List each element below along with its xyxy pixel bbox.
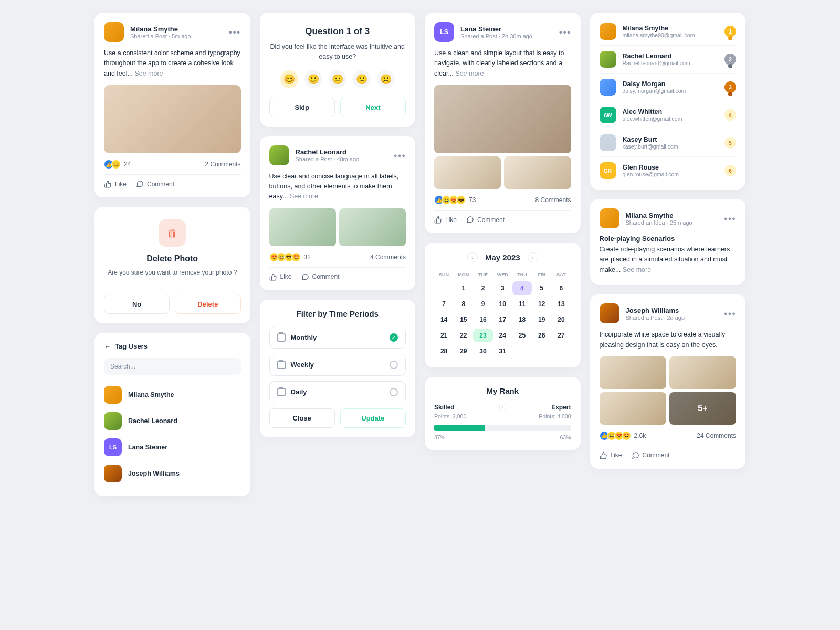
calendar-day[interactable]: 2 — [473, 281, 492, 295]
like-button[interactable]: Like — [104, 180, 127, 188]
comment-button[interactable]: Comment — [632, 452, 670, 459]
comment-count[interactable]: 24 Comments — [697, 432, 736, 439]
comment-count[interactable]: 2 Comments — [205, 161, 240, 168]
calendar-day[interactable]: 24 — [493, 329, 512, 342]
calendar-day[interactable]: 30 — [473, 344, 492, 358]
see-more[interactable]: See more — [455, 70, 484, 77]
avatar[interactable] — [269, 145, 289, 165]
filter-daily[interactable]: Daily — [269, 381, 406, 403]
leaderboard-row[interactable]: Kasey Burtkasey.burt@gmail.com 5 — [600, 129, 737, 157]
calendar-day[interactable]: 31 — [493, 344, 512, 358]
user-row[interactable]: Rachel Leonard — [104, 408, 241, 434]
post-image[interactable] — [269, 208, 336, 246]
delete-button[interactable]: Delete — [175, 295, 240, 314]
calendar-day[interactable]: 15 — [454, 313, 473, 327]
calendar-day[interactable]: 20 — [551, 313, 571, 327]
post-image[interactable] — [504, 156, 571, 189]
reactions[interactable]: 👍😊24 — [104, 160, 131, 169]
calendar-day[interactable]: 26 — [532, 329, 551, 342]
close-button[interactable]: Close — [269, 408, 335, 428]
calendar-day[interactable]: 7 — [434, 297, 454, 311]
post-image-more[interactable]: 5+ — [669, 392, 736, 425]
avatar[interactable]: LS — [434, 22, 454, 42]
comment-button[interactable]: Comment — [466, 216, 505, 224]
more-icon[interactable]: ●●● — [724, 310, 736, 317]
calendar-day[interactable]: 8 — [454, 297, 473, 311]
emoji-sad[interactable]: ☹️ — [377, 70, 395, 88]
prev-month-icon[interactable]: ‹ — [467, 252, 478, 262]
see-more[interactable]: See more — [290, 193, 318, 200]
filter-weekly[interactable]: Weekly — [269, 354, 406, 376]
calendar-day[interactable]: 3 — [493, 281, 512, 295]
comment-count[interactable]: 4 Comments — [370, 254, 406, 261]
more-icon[interactable]: ●●● — [724, 215, 736, 222]
calendar-day[interactable]: 23 — [473, 329, 492, 342]
calendar-day[interactable]: 13 — [551, 297, 571, 311]
skip-button[interactable]: Skip — [269, 98, 335, 117]
post-image[interactable] — [434, 156, 501, 189]
leaderboard-row[interactable]: GR Glen Rouseglen.rouse@gmail.com 6 — [600, 157, 737, 184]
calendar-day[interactable]: 18 — [512, 313, 532, 327]
no-button[interactable]: No — [104, 295, 170, 314]
update-button[interactable]: Update — [340, 408, 406, 428]
leaderboard-row[interactable]: Rachel LeonardRachel.leonard@gmail.com 2 — [600, 46, 737, 74]
emoji-neutral[interactable]: 😐 — [329, 70, 346, 88]
calendar-day[interactable]: 16 — [473, 313, 492, 327]
user-row[interactable]: Joseph Williams — [104, 460, 241, 487]
see-more[interactable]: See more — [134, 70, 163, 77]
calendar-day[interactable]: 21 — [434, 329, 454, 342]
reactions[interactable]: 😍😂😎🤩32 — [269, 253, 311, 262]
like-button[interactable]: Like — [434, 216, 457, 224]
calendar-day[interactable]: 9 — [473, 297, 492, 311]
post-image[interactable] — [434, 85, 571, 153]
back-icon[interactable]: ← — [104, 342, 111, 350]
leaderboard-row[interactable]: AW Alec Whittenalec.whitten@gmail.com 4 — [600, 101, 737, 129]
calendar-day[interactable]: 17 — [493, 313, 512, 327]
emoji-happy[interactable]: 😊 — [280, 70, 298, 88]
post-image[interactable] — [339, 208, 406, 246]
emoji-smile[interactable]: 🙂 — [304, 70, 322, 88]
calendar-day[interactable]: 29 — [454, 344, 473, 358]
calendar-day[interactable]: 12 — [532, 297, 551, 311]
user-row[interactable]: Milana Smythe — [104, 382, 241, 408]
comment-count[interactable]: 8 Comments — [535, 196, 571, 204]
calendar-day[interactable]: 10 — [493, 297, 512, 311]
calendar-day[interactable]: 22 — [454, 329, 473, 342]
post-image[interactable] — [600, 356, 666, 389]
next-button[interactable]: Next — [340, 98, 406, 117]
more-icon[interactable]: ●●● — [559, 29, 571, 35]
calendar-day[interactable]: 5 — [532, 281, 551, 295]
emoji-meh[interactable]: 😕 — [353, 70, 371, 88]
calendar-day[interactable]: 28 — [434, 344, 454, 358]
calendar-day[interactable]: 11 — [512, 297, 532, 311]
filter-monthly[interactable]: Monthly✓ — [269, 327, 406, 349]
calendar-day[interactable]: 27 — [551, 329, 571, 342]
leaderboard-row[interactable]: Milana Smythemilana.smythe90@gmail.com 1 — [600, 18, 737, 46]
user-row[interactable]: LSLana Steiner — [104, 434, 241, 460]
calendar-day[interactable]: 14 — [434, 313, 454, 327]
post-image[interactable] — [600, 392, 666, 425]
more-icon[interactable]: ●●● — [229, 29, 241, 35]
like-button[interactable]: Like — [269, 273, 292, 281]
calendar-day[interactable]: 4 — [512, 281, 532, 295]
comment-button[interactable]: Comment — [301, 273, 340, 281]
see-more[interactable]: See more — [623, 266, 651, 274]
calendar-day[interactable]: 25 — [512, 329, 532, 342]
avatar[interactable] — [600, 208, 620, 228]
like-button[interactable]: Like — [600, 452, 622, 459]
post-image[interactable] — [104, 85, 241, 153]
post-image[interactable] — [669, 356, 736, 389]
reactions[interactable]: 👍😂😍😎73 — [434, 195, 476, 205]
calendar-day[interactable]: 1 — [454, 281, 473, 295]
next-month-icon[interactable]: › — [528, 252, 538, 262]
reaction-count: 32 — [304, 254, 311, 261]
avatar[interactable] — [600, 303, 620, 323]
calendar-day[interactable]: 6 — [551, 281, 571, 295]
avatar[interactable] — [104, 22, 124, 42]
search-input[interactable]: Search... — [104, 358, 241, 375]
leaderboard-row[interactable]: Daisy Morgandaisy.morgan@gmail.com 3 — [600, 74, 737, 101]
calendar-day[interactable]: 19 — [532, 313, 551, 327]
reactions[interactable]: 👍😂😍🤩2.6k — [600, 431, 646, 440]
more-icon[interactable]: ●●● — [394, 152, 406, 159]
comment-button[interactable]: Comment — [136, 180, 174, 188]
